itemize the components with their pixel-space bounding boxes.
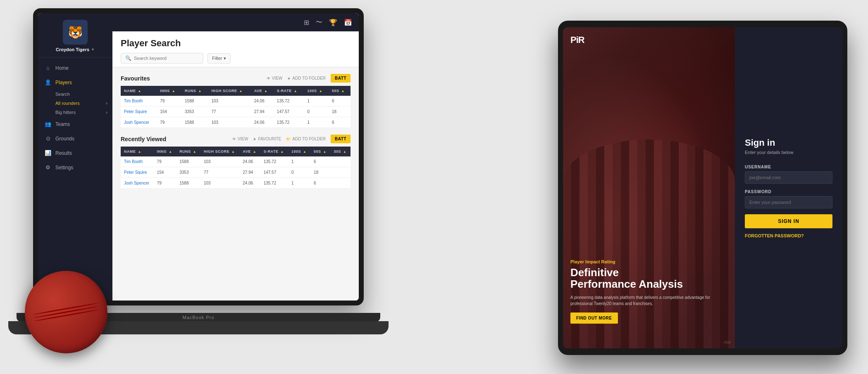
col-high-score-r[interactable]: HIGH SCORE ▲ [200, 147, 239, 156]
cell-high-score: 103 [208, 117, 250, 128]
cell-runs: 1588 [176, 156, 200, 167]
view-link-2[interactable]: 👁 VIEW [232, 137, 248, 141]
cell-ave: 24.06 [239, 178, 260, 189]
main-content: Player Search 🔍 Filter ▾ [112, 31, 359, 301]
player-name[interactable]: Tim Booth [121, 96, 157, 107]
sidebar: 🐯 Croydon Tigers ▼ ⌂ Home 👤 [38, 13, 112, 301]
hero-watermark: AGc [723, 340, 731, 344]
settings-icon: ⚙ [45, 164, 51, 170]
chart-icon[interactable]: 〜 [316, 18, 322, 27]
col-100s[interactable]: 100S ▲ [304, 86, 329, 96]
login-subtitle: Enter your details below [745, 150, 832, 155]
col-30s-r[interactable]: 30S ▲ [331, 147, 351, 156]
login-title: Sign in [745, 137, 832, 148]
favourites-section-header: Favourites 👁 VIEW ★ ADD TO FOLDER [121, 74, 351, 83]
batt-button-2[interactable]: BATT [331, 135, 351, 143]
cell-runs: 3353 [181, 107, 208, 117]
find-out-more-button[interactable]: FIND OUT MORE [570, 312, 618, 324]
sidebar-item-grounds[interactable]: ⊙ Grounds [38, 131, 112, 146]
trophy-icon[interactable]: 🏆 [329, 19, 337, 26]
cell-100s: 1 [304, 117, 329, 128]
cell-50s: 6 [310, 178, 330, 189]
col-inns-r[interactable]: INNS ▲ [154, 147, 176, 156]
col-inns[interactable]: INNS ▲ [157, 86, 181, 96]
favourites-title: Favourites [121, 75, 150, 82]
cell-inns: 79 [157, 96, 181, 107]
folder-icon: ★ [287, 76, 291, 80]
sub-nav-big-hitters[interactable]: Big hitters › [55, 108, 112, 117]
cell-s-rate: 147.57 [274, 107, 304, 117]
favourites-table: NAME ▲ INNS ▲ RUNS ▲ HIGH SCORE ▲ AVE ▲ … [121, 86, 351, 128]
player-name[interactable]: Josh Spencer [121, 178, 154, 189]
sidebar-item-results[interactable]: 📊 Results [38, 146, 112, 160]
col-100s-r[interactable]: 100S ▲ [288, 147, 310, 156]
sidebar-item-home[interactable]: ⌂ Home [38, 61, 112, 75]
col-50s[interactable]: 50S ▲ [329, 86, 351, 96]
col-high-score[interactable]: HIGH SCORE ▲ [208, 86, 250, 96]
cell-50s: 18 [329, 107, 351, 117]
recently-viewed-title: Recently Viewed [121, 136, 166, 142]
col-s-rate[interactable]: S-RATE ▲ [274, 86, 304, 96]
folder-icon-2: 📁 [286, 137, 291, 141]
add-to-folder-link-2[interactable]: 📁 ADD TO FOLDER [286, 137, 326, 141]
col-name[interactable]: NAME ▲ [121, 86, 157, 96]
calendar-icon[interactable]: 📅 [344, 19, 352, 26]
signin-button[interactable]: SIGN IN [745, 214, 832, 228]
cell-50s: 6 [329, 117, 351, 128]
cell-high-score: 103 [200, 156, 239, 167]
cell-100s: 0 [304, 107, 329, 117]
col-50s-r[interactable]: 50S ▲ [310, 147, 330, 156]
hero-tag: Player Impact Rating [570, 259, 727, 264]
cell-100s: 0 [288, 167, 310, 178]
cell-inns: 154 [157, 107, 181, 117]
filter-button[interactable]: Filter ▾ [207, 53, 231, 64]
batt-button[interactable]: BATT [331, 74, 351, 83]
search-input[interactable] [134, 56, 192, 61]
sidebar-item-settings[interactable]: ⚙ Settings [38, 160, 112, 175]
player-name[interactable]: Peter Squire [121, 107, 157, 117]
forgot-password-link[interactable]: FORGOTTEN PASSWORD? [745, 233, 832, 238]
sidebar-item-players[interactable]: 👤 Players [38, 75, 112, 90]
table-row: Peter Squire 154 3353 77 27.94 147.57 0 … [121, 167, 351, 178]
sidebar-item-teams[interactable]: 👥 Teams [38, 117, 112, 131]
team-name[interactable]: Croydon Tigers ▼ [56, 47, 95, 52]
col-s-rate-r[interactable]: S-RATE ▲ [260, 147, 288, 156]
table-row: Josh Spencer 79 1588 103 24.06 135.72 1 … [121, 117, 351, 128]
search-box: 🔍 [121, 53, 203, 64]
laptop-body: 🐯 Croydon Tigers ▼ ⌂ Home 👤 [33, 8, 364, 305]
grid-icon[interactable]: ⊞ [304, 19, 309, 26]
username-input[interactable] [745, 171, 832, 184]
player-name[interactable]: Peter Squire [121, 167, 154, 178]
password-label: PASSWORD [745, 189, 832, 194]
chevron-down-icon: ▼ [91, 47, 95, 52]
favourite-link[interactable]: ★ FAVOURITE [253, 137, 281, 141]
eye-icon-2: 👁 [232, 137, 236, 141]
cell-runs: 3353 [176, 167, 200, 178]
sub-nav-all-rounders[interactable]: All rounders › [55, 99, 112, 108]
hero-content: Player Impact Rating Definitive Performa… [570, 259, 727, 324]
col-name-r[interactable]: NAME ▲ [121, 147, 154, 156]
col-ave-r[interactable]: AVE ▲ [239, 147, 260, 156]
view-link[interactable]: 👁 VIEW [267, 76, 283, 80]
cell-high-score: 77 [208, 107, 250, 117]
sub-nav-search[interactable]: Search [55, 90, 112, 99]
table-row: Tim Booth 79 1588 103 24.06 135.72 1 6 [121, 156, 351, 167]
player-name[interactable]: Josh Spencer [121, 117, 157, 128]
cell-s-rate: 135.72 [260, 178, 288, 189]
password-input[interactable] [745, 196, 832, 208]
player-name[interactable]: Tim Booth [121, 156, 154, 167]
cell-ave: 24.06 [251, 96, 274, 107]
favourites-actions: 👁 VIEW ★ ADD TO FOLDER BATT [267, 74, 351, 83]
cell-ave: 24.06 [251, 117, 274, 128]
table-row: Josh Spencer 79 1588 103 24.06 135.72 1 … [121, 178, 351, 189]
cell-ave: 24.06 [239, 156, 260, 167]
cell-100s: 1 [288, 156, 310, 167]
col-ave[interactable]: AVE ▲ [251, 86, 274, 96]
cell-30s [331, 167, 351, 178]
cell-runs: 1588 [181, 96, 208, 107]
results-icon: 📊 [45, 150, 51, 156]
tablet-hero: PiR Player Impact Rating Definitive Perf… [563, 27, 735, 348]
add-to-folder-link[interactable]: ★ ADD TO FOLDER [287, 76, 326, 80]
col-runs[interactable]: RUNS ▲ [181, 86, 208, 96]
col-runs-r[interactable]: RUNS ▲ [176, 147, 200, 156]
